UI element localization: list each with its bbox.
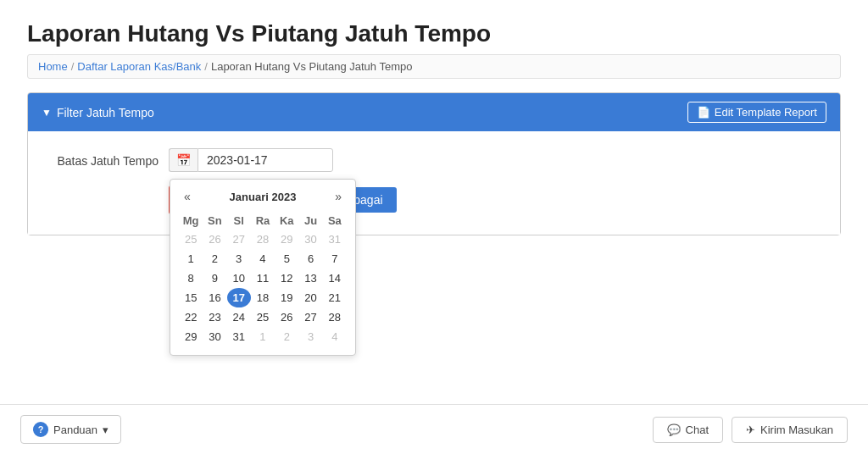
kirim-icon: ✈ <box>746 424 755 436</box>
calendar-day[interactable]: 2 <box>203 249 226 269</box>
cal-header-sn: Sn <box>203 212 226 230</box>
edit-template-button[interactable]: 📄 Edit Template Report <box>687 102 826 123</box>
filter-section: ▼ Filter Jatuh Tempo 📄 Edit Template Rep… <box>27 92 841 235</box>
footer-right: 💬 Chat ✈ Kirim Masukan <box>653 417 848 443</box>
calendar-day[interactable]: 14 <box>323 269 347 288</box>
chat-button[interactable]: 💬 Chat <box>653 417 723 443</box>
calendar-day[interactable]: 3 <box>298 327 322 346</box>
date-input-group: 📅 <box>169 148 333 172</box>
cal-header-mg: Mg <box>179 212 203 230</box>
kirim-masukan-button[interactable]: ✈ Kirim Masukan <box>732 417 848 443</box>
calendar-day[interactable]: 12 <box>275 269 298 288</box>
calendar-next-button[interactable]: » <box>330 188 347 205</box>
breadcrumb: Home / Daftar Laporan Kas/Bank / Laporan… <box>27 54 841 79</box>
batas-label: Batas Jatuh Tempo <box>48 148 159 168</box>
breadcrumb-home[interactable]: Home <box>38 60 68 73</box>
calendar-day[interactable]: 25 <box>251 307 275 327</box>
panduan-label: Panduan <box>53 424 97 436</box>
calendar-day[interactable]: 26 <box>203 230 226 249</box>
calendar-day[interactable]: 27 <box>227 230 251 249</box>
calendar-day[interactable]: 26 <box>275 307 298 327</box>
calendar-day[interactable]: 11 <box>251 269 275 288</box>
footer-left: ? Panduan ▾ <box>20 415 121 444</box>
calendar-toggle-button[interactable]: 📅 <box>169 148 198 172</box>
calendar-grid: Mg Sn Sl Ra Ka Ju Sa 2526272829303112345… <box>179 212 347 346</box>
chat-bubble-icon: 💬 <box>667 424 681 436</box>
calendar-day[interactable]: 30 <box>298 230 322 249</box>
calendar-day[interactable]: 13 <box>298 269 322 288</box>
calendar-day[interactable]: 16 <box>203 288 226 307</box>
calendar-prev-button[interactable]: « <box>179 188 196 205</box>
calendar-day[interactable]: 2 <box>275 327 298 346</box>
filter-header: ▼ Filter Jatuh Tempo 📄 Edit Template Rep… <box>28 93 840 131</box>
calendar-day[interactable]: 7 <box>323 249 347 269</box>
calendar-dropdown: « Januari 2023 » Mg Sn Sl Ra Ka <box>170 179 356 356</box>
calendar-day[interactable]: 6 <box>298 249 322 269</box>
cal-header-sa: Sa <box>323 212 347 230</box>
calendar-day[interactable]: 8 <box>179 269 203 288</box>
calendar-day[interactable]: 29 <box>275 230 298 249</box>
filter-header-label: Filter Jatuh Tempo <box>57 106 154 119</box>
calendar-header: « Januari 2023 » <box>179 188 347 205</box>
cal-header-sl: Sl <box>227 212 251 230</box>
filter-icon: ▼ <box>42 107 52 119</box>
calendar-day[interactable]: 3 <box>227 249 251 269</box>
calendar-day[interactable]: 29 <box>179 327 203 346</box>
breadcrumb-sep-2: / <box>204 60 208 73</box>
calendar-day[interactable]: 21 <box>323 288 347 307</box>
cal-header-ju: Ju <box>298 212 322 230</box>
breadcrumb-daftar[interactable]: Daftar Laporan Kas/Bank <box>77 60 201 73</box>
calendar-day[interactable]: 4 <box>251 249 275 269</box>
calendar-day[interactable]: 20 <box>298 288 322 307</box>
chat-label: Chat <box>686 424 709 436</box>
calendar-day[interactable]: 30 <box>203 327 226 346</box>
filter-header-left: ▼ Filter Jatuh Tempo <box>42 106 154 119</box>
calendar-icon: 📅 <box>176 153 191 167</box>
filter-body: Batas Jatuh Tempo 📅 « Januari 2023 » <box>28 131 840 235</box>
edit-template-label: Edit Template Report <box>715 106 817 119</box>
date-input[interactable] <box>198 148 333 172</box>
calendar-day[interactable]: 5 <box>275 249 298 269</box>
calendar-day[interactable]: 17 <box>227 288 251 307</box>
calendar-day[interactable]: 28 <box>323 307 347 327</box>
kirim-label: Kirim Masukan <box>760 424 833 436</box>
panduan-button[interactable]: ? Panduan ▾ <box>20 415 121 444</box>
page-title: Laporan Hutang Vs Piutang Jatuh Tempo <box>27 20 841 47</box>
calendar-day[interactable]: 24 <box>227 307 251 327</box>
edit-template-doc-icon: 📄 <box>697 106 710 119</box>
calendar-day[interactable]: 31 <box>323 230 347 249</box>
calendar-day[interactable]: 22 <box>179 307 203 327</box>
calendar-day[interactable]: 23 <box>203 307 226 327</box>
panduan-icon: ? <box>33 422 48 437</box>
calendar-month-year: Januari 2023 <box>230 191 297 203</box>
breadcrumb-sep-1: / <box>71 60 75 73</box>
calendar-day[interactable]: 25 <box>179 230 203 249</box>
cal-header-ka: Ka <box>275 212 298 230</box>
calendar-day[interactable]: 19 <box>275 288 298 307</box>
calendar-day[interactable]: 27 <box>298 307 322 327</box>
footer: ? Panduan ▾ 💬 Chat ✈ Kirim Masukan <box>0 404 868 454</box>
calendar-day[interactable]: 1 <box>251 327 275 346</box>
calendar-day[interactable]: 18 <box>251 288 275 307</box>
cal-header-ra: Ra <box>251 212 275 230</box>
calendar-day[interactable]: 4 <box>323 327 347 346</box>
panduan-chevron-icon: ▾ <box>103 424 108 436</box>
calendar-day[interactable]: 31 <box>227 327 251 346</box>
breadcrumb-current: Laporan Hutang Vs Piutang Jatuh Tempo <box>211 60 413 73</box>
calendar-day[interactable]: 10 <box>227 269 251 288</box>
calendar-day[interactable]: 28 <box>251 230 275 249</box>
form-row-batas: Batas Jatuh Tempo 📅 « Januari 2023 » <box>48 148 820 172</box>
calendar-day[interactable]: 15 <box>179 288 203 307</box>
calendar-day[interactable]: 9 <box>203 269 226 288</box>
calendar-day[interactable]: 1 <box>179 249 203 269</box>
